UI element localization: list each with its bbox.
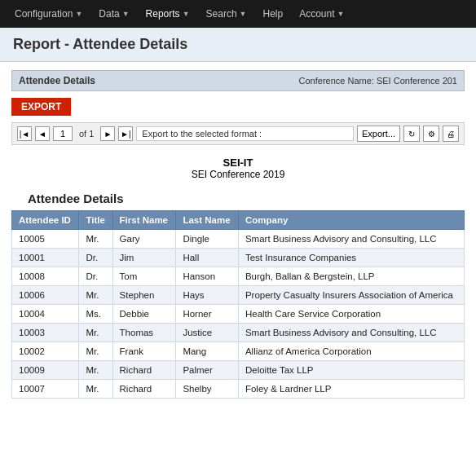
cell-first: Jim: [112, 249, 176, 267]
cell-last: Horner: [176, 305, 239, 324]
cell-company: Allianz of America Corporation: [238, 342, 464, 361]
cell-last: Mang: [176, 342, 239, 361]
cell-last: Shelby: [176, 380, 239, 399]
format-select-area: Export to the selected format :: [136, 126, 354, 141]
print-button[interactable]: 🖨: [443, 126, 459, 142]
nav-configuration[interactable]: Configuration ▼: [7, 3, 90, 24]
cell-company: Property Casualty Insurers Association o…: [238, 286, 464, 305]
cell-title: Mr.: [79, 361, 112, 380]
chevron-down-icon: ▼: [337, 10, 345, 18]
cell-title: Ms.: [79, 305, 112, 324]
col-attendee-id: Attendee ID: [12, 211, 79, 230]
cell-last: Palmer: [176, 361, 239, 380]
last-page-button[interactable]: ►|: [118, 126, 133, 141]
cell-company: Smart Business Advisory and Consulting, …: [238, 324, 464, 342]
cell-id: 10007: [12, 380, 79, 399]
cell-first: Debbie: [112, 305, 176, 324]
col-company: Company: [238, 211, 464, 230]
cell-id: 10008: [12, 267, 79, 286]
table-row: 10005Mr.GaryDingleSmart Business Advisor…: [12, 230, 465, 249]
org-name: SEI-IT: [11, 156, 465, 169]
first-page-button[interactable]: |◄: [17, 126, 32, 141]
cell-first: Richard: [112, 380, 176, 399]
cell-title: Mr.: [79, 380, 112, 399]
cell-title: Mr.: [79, 286, 112, 305]
refresh-button[interactable]: ↻: [403, 126, 420, 142]
cell-company: Smart Business Advisory and Consulting, …: [238, 230, 464, 249]
cell-first: Tom: [112, 267, 176, 286]
col-first-name: First Name: [112, 211, 176, 230]
cell-last: Hays: [176, 286, 239, 305]
cell-first: Gary: [112, 230, 176, 249]
table-row: 10008Dr.TomHansonBurgh, Ballan & Bergste…: [12, 267, 465, 286]
cell-title: Dr.: [79, 267, 112, 286]
cell-title: Mr.: [79, 230, 112, 249]
table-row: 10006Mr.StephenHaysProperty Casualty Ins…: [12, 286, 465, 305]
nav-search[interactable]: Search ▼: [198, 3, 255, 24]
cell-last: Dingle: [176, 230, 239, 249]
cell-title: Mr.: [79, 324, 112, 342]
panel-header: Attendee Details Conference Name: SEI Co…: [11, 70, 465, 91]
page-title-bar: Report - Attendee Details: [0, 28, 476, 62]
next-page-button[interactable]: ►: [100, 126, 115, 141]
nav-data[interactable]: Data ▼: [90, 3, 137, 24]
content-area: Attendee Details Conference Name: SEI Co…: [0, 62, 476, 407]
cell-first: Stephen: [112, 286, 176, 305]
conf-name: SEI Conference 2019: [11, 169, 465, 180]
nav-account[interactable]: Account ▼: [291, 3, 352, 24]
cell-company: Deloitte Tax LLP: [238, 361, 464, 380]
cell-company: Foley & Lardner LLP: [238, 380, 464, 399]
conference-name: Conference Name: SEI Conference 201: [299, 76, 457, 86]
cell-company: Test Insurance Companies: [238, 249, 464, 267]
table-row: 10004Ms.DebbieHornerHealth Care Service …: [12, 305, 465, 324]
cell-last: Hall: [176, 249, 239, 267]
table-row: 10001Dr.JimHallTest Insurance Companies: [12, 249, 465, 267]
nav-reports[interactable]: Reports ▼: [138, 3, 198, 24]
export-button[interactable]: EXPORT: [11, 98, 71, 116]
cell-company: Burgh, Ballan & Bergstein, LLP: [238, 267, 464, 286]
nav-help[interactable]: Help: [255, 3, 292, 24]
cell-id: 10005: [12, 230, 79, 249]
cell-last: Justice: [176, 324, 239, 342]
page-input[interactable]: [53, 126, 73, 141]
cell-first: Frank: [112, 342, 176, 361]
page-of-text: of 1: [76, 129, 97, 139]
cell-last: Hanson: [176, 267, 239, 286]
col-title: Title: [79, 211, 112, 230]
table-row: 10003Mr.ThomasJusticeSmart Business Advi…: [12, 324, 465, 342]
attendee-table: Attendee ID Title First Name Last Name C…: [11, 210, 465, 399]
cell-id: 10003: [12, 324, 79, 342]
section-title: Attendee Details: [28, 192, 465, 205]
cell-id: 10006: [12, 286, 79, 305]
pagination-bar: |◄ ◄ of 1 ► ►| Export to the selected fo…: [11, 122, 465, 145]
table-row: 10002Mr.FrankMangAllianz of America Corp…: [12, 342, 465, 361]
cell-first: Richard: [112, 361, 176, 380]
report-header: SEI-IT SEI Conference 2019: [11, 156, 465, 180]
cell-id: 10009: [12, 361, 79, 380]
chevron-down-icon: ▼: [183, 10, 190, 18]
cell-first: Thomas: [112, 324, 176, 342]
page-title: Report - Attendee Details: [13, 36, 463, 53]
cell-title: Dr.: [79, 249, 112, 267]
table-row: 10009Mr.RichardPalmerDeloitte Tax LLP: [12, 361, 465, 380]
cell-company: Health Care Service Corporation: [238, 305, 464, 324]
prev-page-button[interactable]: ◄: [35, 126, 50, 141]
cell-id: 10004: [12, 305, 79, 324]
chevron-down-icon: ▼: [240, 10, 247, 18]
panel-title: Attendee Details: [19, 75, 95, 86]
cell-title: Mr.: [79, 342, 112, 361]
cell-id: 10001: [12, 249, 79, 267]
table-header-row: Attendee ID Title First Name Last Name C…: [12, 211, 465, 230]
cell-id: 10002: [12, 342, 79, 361]
chevron-down-icon: ▼: [75, 10, 82, 18]
chevron-down-icon: ▼: [122, 10, 130, 18]
table-row: 10007Mr.RichardShelbyFoley & Lardner LLP: [12, 380, 465, 399]
settings-button[interactable]: ⚙: [423, 126, 439, 142]
export-action-button[interactable]: Export...: [357, 126, 400, 142]
col-last-name: Last Name: [176, 211, 239, 230]
navbar: Configuration ▼ Data ▼ Reports ▼ Search …: [0, 0, 476, 28]
